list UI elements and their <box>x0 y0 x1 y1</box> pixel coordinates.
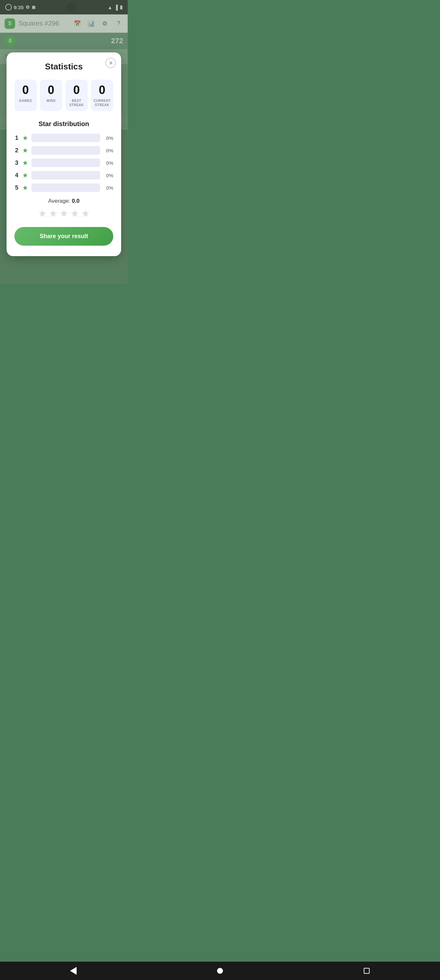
current-streak-value: 0 <box>94 84 111 96</box>
star-icon-2: ★ <box>22 146 28 154</box>
wins-value: 0 <box>43 84 60 96</box>
modal-title: Statistics <box>14 62 113 72</box>
star-distribution-title: Star distribution <box>14 120 113 128</box>
star-row-3: 3 ★ 0% <box>14 159 113 167</box>
empty-star-5: ★ <box>81 208 90 219</box>
stats-row: 0 GAMES 0 WINS 0 BESTSTREAK 0 CURRENTSTR… <box>14 80 113 111</box>
star-pct-5: 0% <box>103 185 113 191</box>
star-bar-track-4 <box>32 171 100 180</box>
empty-star-2: ★ <box>49 208 58 219</box>
star-row-4: 4 ★ 0% <box>14 171 113 180</box>
current-streak-label: CURRENTSTREAK <box>94 99 111 107</box>
star-row-1: 1 ★ 0% <box>14 134 113 142</box>
best-streak-label: BESTSTREAK <box>68 99 85 107</box>
star-icon-1: ★ <box>22 134 28 142</box>
star-num-1: 1 <box>14 135 19 142</box>
star-num-3: 3 <box>14 159 19 166</box>
star-row-5: 5 ★ 0% <box>14 183 113 192</box>
stat-card-wins: 0 WINS <box>40 80 62 111</box>
modal-close-button[interactable]: ✕ <box>105 58 116 68</box>
star-bar-track-1 <box>32 134 100 142</box>
stat-card-games: 0 GAMES <box>14 80 37 111</box>
best-streak-value: 0 <box>68 84 85 96</box>
star-pct-3: 0% <box>103 160 113 166</box>
star-icon-5: ★ <box>22 184 28 192</box>
empty-star-4: ★ <box>70 208 79 219</box>
empty-stars-display: ★ ★ ★ ★ ★ <box>14 208 113 219</box>
stat-card-current-streak: 0 CURRENTSTREAK <box>91 80 113 111</box>
star-num-5: 5 <box>14 185 19 191</box>
star-num-4: 4 <box>14 172 19 179</box>
star-icon-4: ★ <box>22 171 28 179</box>
star-distribution-rows: 1 ★ 0% 2 ★ 0% 3 ★ 0% 4 ★ <box>14 134 113 192</box>
empty-star-3: ★ <box>60 208 68 219</box>
average-label: Average: <box>48 198 72 204</box>
star-pct-1: 0% <box>103 135 113 141</box>
star-num-2: 2 <box>14 147 19 154</box>
wins-label: WINS <box>43 99 60 103</box>
stat-card-best-streak: 0 BESTSTREAK <box>65 80 88 111</box>
star-row-2: 2 ★ 0% <box>14 146 113 154</box>
average-row: Average: 0.0 <box>14 198 113 204</box>
star-pct-2: 0% <box>103 148 113 153</box>
star-pct-4: 0% <box>103 173 113 178</box>
share-result-button[interactable]: Share your result <box>14 227 113 246</box>
star-bar-track-2 <box>32 146 100 154</box>
games-value: 0 <box>17 84 34 96</box>
star-icon-3: ★ <box>22 159 28 167</box>
average-value: 0.0 <box>72 198 79 204</box>
games-label: GAMES <box>17 99 34 103</box>
empty-star-1: ★ <box>38 208 47 219</box>
star-bar-track-3 <box>32 159 100 167</box>
statistics-modal: ✕ Statistics 0 GAMES 0 WINS 0 BESTSTREAK… <box>6 52 121 256</box>
star-bar-track-5 <box>32 183 100 192</box>
close-icon: ✕ <box>109 60 113 66</box>
